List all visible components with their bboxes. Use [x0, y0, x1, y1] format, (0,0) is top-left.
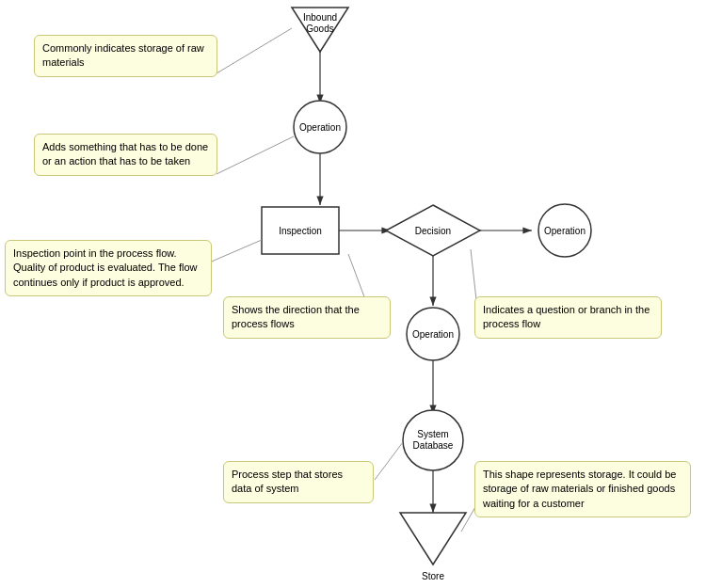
callout-raw-materials: Commonly indicates storage of raw materi…	[34, 35, 217, 77]
svg-line-19	[217, 136, 294, 174]
callout-storage2: This shape represents storage. It could …	[474, 461, 691, 517]
diagram-canvas: Inbound Goods Operation Inspection Decis…	[0, 0, 706, 588]
store-shape	[400, 513, 466, 564]
svg-text:Inspection: Inspection	[279, 226, 322, 236]
inbound-goods-shape	[292, 8, 348, 52]
svg-text:Decision: Decision	[415, 226, 451, 236]
operation1-shape	[294, 101, 346, 153]
callout-direction: Shows the direction that the process flo…	[223, 296, 391, 339]
svg-text:Operation: Operation	[412, 329, 454, 340]
system-database-shape	[403, 410, 463, 470]
svg-text:Database: Database	[413, 440, 454, 451]
callout-inspection: Inspection point in the process flow. Qu…	[5, 240, 212, 296]
operation2-shape	[538, 204, 591, 257]
svg-line-20	[207, 240, 262, 263]
callout-storage: Process step that stores data of system	[223, 461, 374, 503]
svg-text:Inbound: Inbound	[303, 12, 337, 23]
svg-text:Store: Store	[422, 571, 444, 581]
svg-text:Operation: Operation	[299, 122, 341, 133]
svg-text:System: System	[417, 429, 448, 439]
svg-text:Goods: Goods	[306, 24, 333, 34]
decision-shape	[386, 205, 480, 256]
svg-text:Operation: Operation	[544, 226, 586, 236]
svg-line-23	[375, 442, 403, 480]
callout-question: Indicates a question or branch in the pr…	[474, 296, 662, 339]
operation3-shape	[407, 308, 459, 360]
callout-action: Adds something that has to be done or an…	[34, 134, 217, 176]
inspection-shape	[262, 207, 339, 254]
svg-line-18	[217, 28, 292, 73]
